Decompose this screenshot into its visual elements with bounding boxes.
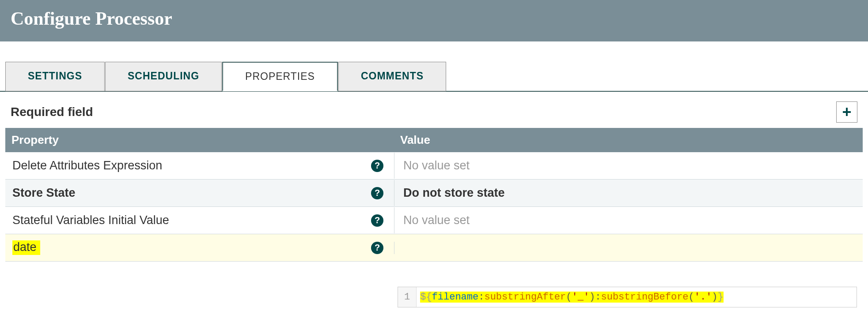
- table-row[interactable]: Delete Attributes Expression ? No value …: [5, 152, 863, 180]
- tab-comments[interactable]: COMMENTS: [338, 62, 446, 91]
- token-string: '.': [694, 292, 712, 303]
- column-header-property: Property: [5, 128, 394, 152]
- help-icon[interactable]: ?: [371, 187, 383, 199]
- token-string: '_': [572, 292, 589, 303]
- help-icon[interactable]: ?: [371, 242, 383, 254]
- token-dollar: $: [420, 292, 426, 303]
- properties-table: Property Value Delete Attributes Express…: [0, 128, 868, 262]
- token-paren: (: [566, 292, 572, 303]
- token-function: substringAfter: [484, 292, 566, 303]
- property-value-cell[interactable]: No value set: [394, 153, 819, 179]
- token-brace: {: [426, 292, 432, 303]
- property-name: date: [12, 240, 40, 255]
- editor-gutter: 1: [398, 287, 417, 307]
- tab-properties[interactable]: PROPERTIES: [222, 62, 338, 91]
- property-name-cell: Stateful Variables Initial Value ?: [5, 207, 394, 233]
- token-brace: }: [718, 292, 724, 303]
- token-variable: filename: [432, 292, 479, 303]
- tabs: SETTINGS SCHEDULING PROPERTIES COMMENTS: [0, 61, 868, 92]
- property-name: Store State: [12, 186, 76, 200]
- plus-icon: +: [842, 103, 851, 121]
- tab-settings[interactable]: SETTINGS: [5, 62, 105, 91]
- property-name-cell: Delete Attributes Expression ?: [5, 153, 394, 179]
- help-icon[interactable]: ?: [371, 160, 383, 172]
- property-value-cell[interactable]: [394, 242, 819, 254]
- table-row[interactable]: Stateful Variables Initial Value ? No va…: [5, 207, 863, 234]
- property-value-cell[interactable]: No value set: [394, 207, 819, 233]
- property-name-cell: date ?: [5, 234, 394, 261]
- table-row[interactable]: Store State ? Do not store state: [5, 180, 863, 207]
- table-header: Property Value: [5, 128, 863, 152]
- required-row: Required field +: [0, 92, 868, 128]
- line-number: 1: [404, 292, 410, 303]
- add-property-button[interactable]: +: [836, 101, 857, 123]
- editor-content[interactable]: ${filename:substringAfter('_'):substring…: [417, 287, 857, 307]
- token-colon: :: [478, 292, 484, 303]
- token-colon: :: [595, 292, 601, 303]
- property-name-cell: Store State ?: [5, 180, 394, 206]
- token-paren: ): [712, 292, 717, 303]
- property-name: Delete Attributes Expression: [12, 159, 162, 172]
- dialog-header: Configure Processor: [0, 0, 868, 41]
- token-paren: (: [689, 292, 694, 303]
- dialog-title: Configure Processor: [11, 8, 857, 29]
- help-icon[interactable]: ?: [371, 214, 383, 227]
- table-row[interactable]: date ?: [5, 234, 863, 262]
- property-name: Stateful Variables Initial Value: [12, 213, 169, 227]
- tab-scheduling[interactable]: SCHEDULING: [105, 62, 222, 91]
- property-value-cell[interactable]: Do not store state: [394, 180, 819, 206]
- expression-editor[interactable]: 1 ${filename:substringAfter('_'):substri…: [398, 287, 857, 307]
- token-function: substringBefore: [601, 292, 689, 303]
- required-field-label: Required field: [11, 105, 93, 119]
- column-header-value: Value: [394, 128, 863, 152]
- token-paren: ): [589, 292, 595, 303]
